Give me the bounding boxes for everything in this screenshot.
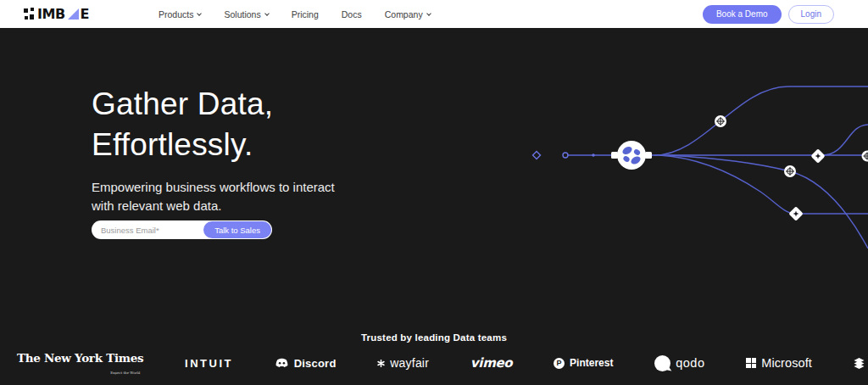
diamond-node — [810, 148, 826, 164]
intuit-logo: INTUIT — [185, 357, 233, 370]
nav-links: Products Solutions Pricing Docs Company — [159, 9, 431, 20]
nimble-landing-page: IMB E Products Solutions Pricing Docs Co… — [0, 0, 868, 385]
nav-item-label: Solutions — [224, 9, 260, 20]
diamond-node — [788, 206, 804, 221]
hero-subheading: Empowering business workflows to interac… — [92, 178, 354, 215]
login-button[interactable]: Login — [788, 5, 834, 24]
chevron-down-icon — [264, 11, 270, 16]
nav-item-label: Docs — [342, 9, 362, 20]
chevron-down-icon — [426, 11, 431, 16]
trusted-title: Trusted by leading Data teams — [0, 332, 868, 343]
hero-section: Gather Data, Effortlessly. Empowering bu… — [0, 28, 868, 385]
trusted-logos-row: The New York Times Expect the World INTU… — [0, 349, 868, 377]
nav-item-solutions[interactable]: Solutions — [224, 9, 268, 20]
wayfair-logo: wayfair — [377, 356, 429, 370]
email-capture-form: Talk to Sales — [92, 220, 272, 239]
plus-circle-node — [715, 115, 726, 127]
nav-item-label: Company — [385, 9, 423, 20]
pinterest-logo: P Pinterest — [554, 357, 613, 369]
nav-item-company[interactable]: Company — [385, 9, 431, 20]
qodo-logo: qodo — [654, 355, 704, 371]
databricks-icon — [854, 358, 865, 369]
navbar: IMB E Products Solutions Pricing Docs Co… — [0, 0, 868, 28]
hero-heading: Gather Data, Effortlessly. — [92, 84, 273, 165]
chevron-down-icon — [198, 11, 203, 16]
dot-node — [592, 153, 594, 156]
business-email-input[interactable] — [92, 226, 203, 235]
hub-node — [611, 141, 652, 170]
wayfair-asterisk-icon — [377, 360, 385, 367]
nimble-n-mark-icon — [24, 8, 35, 20]
microsoft-wordmark: Microsoft — [761, 356, 812, 370]
heading-line1: Gather Data, — [92, 84, 273, 125]
nimble-triangle-icon — [68, 8, 79, 20]
nyt-wordmark: The New York Times — [17, 351, 143, 365]
nav-actions: Book a Demo Login — [703, 5, 834, 24]
nav-item-label: Products — [159, 9, 193, 20]
nav-item-docs[interactable]: Docs — [342, 9, 362, 20]
book-demo-button[interactable]: Book a Demo — [703, 5, 782, 24]
discord-wordmark: Discord — [294, 357, 337, 370]
wayfair-wordmark: wayfair — [390, 356, 429, 370]
discord-logo: Discord — [275, 357, 337, 370]
qodo-wordmark: qodo — [676, 356, 704, 370]
vimeo-logo: vimeo — [470, 355, 513, 371]
nimble-logo[interactable]: IMB E — [24, 6, 89, 22]
talk-to-sales-button[interactable]: Talk to Sales — [203, 221, 271, 238]
edge-node — [862, 151, 868, 162]
logo-text-start: IMB — [37, 6, 65, 22]
nav-item-pricing[interactable]: Pricing — [292, 9, 319, 20]
discord-icon — [275, 358, 289, 368]
microsoft-logo: Microsoft — [746, 356, 812, 370]
circle-outline-node — [563, 153, 568, 158]
heading-line2: Effortlessly. — [92, 125, 273, 165]
network-illustration — [458, 68, 868, 276]
microsoft-icon — [746, 358, 756, 368]
nav-item-label: Pricing — [292, 9, 319, 20]
nyt-logo: The New York Times Expect the World — [17, 351, 143, 375]
nyt-tagline: Expect the World — [110, 371, 140, 375]
plus-circle-node — [784, 165, 796, 177]
pinterest-wordmark: Pinterest — [570, 357, 613, 369]
pinterest-icon: P — [554, 358, 565, 369]
logo-text-end: E — [81, 6, 89, 22]
qodo-icon — [654, 355, 670, 371]
databricks-logo: databricks — [854, 357, 868, 370]
diamond-outline-node — [532, 151, 540, 159]
nav-item-products[interactable]: Products — [159, 9, 201, 20]
